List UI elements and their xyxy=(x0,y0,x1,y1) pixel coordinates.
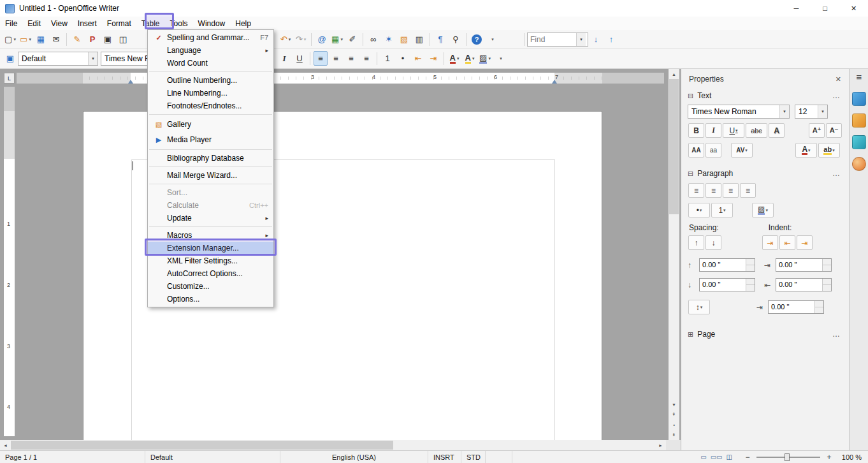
menu-item-bibliography-database[interactable]: Bibliography Database xyxy=(148,152,273,165)
menubar-item-help[interactable]: Help xyxy=(230,18,256,29)
formatting-overflow-button[interactable]: ▾ xyxy=(493,51,507,66)
open-button[interactable]: ▭ ▾ xyxy=(18,32,33,47)
spin-up-icon[interactable] xyxy=(823,279,831,285)
first-line-indent-spinner[interactable]: 0.00 " xyxy=(768,300,824,314)
menu-item-mail-merge-wizard[interactable]: Mail Merge Wizard... xyxy=(148,169,273,182)
chevron-down-icon[interactable]: ▾ xyxy=(472,56,475,61)
bullets-button[interactable]: • xyxy=(396,51,410,66)
italic-button[interactable]: I xyxy=(277,51,291,66)
scroll-up-button[interactable]: ▲ xyxy=(669,69,679,79)
sidebar-shadow-button[interactable]: A xyxy=(769,123,785,138)
zoom-button[interactable]: ⚲ xyxy=(449,32,463,47)
zoom-slider[interactable] xyxy=(756,457,820,458)
gallery-button[interactable]: ▧ xyxy=(397,32,411,47)
tab-stop-selector[interactable]: L xyxy=(4,73,15,84)
before-text-indent-spinner[interactable]: 0.00 " xyxy=(776,258,832,272)
export-pdf-button[interactable]: P xyxy=(85,32,99,47)
sidebar-font-size-combobox[interactable]: 12 ▾ xyxy=(795,105,828,119)
document-modified-status[interactable] xyxy=(486,451,512,463)
zoom-slider-thumb[interactable] xyxy=(785,453,790,461)
menu-item-word-count[interactable]: Word Count xyxy=(148,57,273,70)
align-left-button[interactable]: ≡ xyxy=(314,51,328,66)
navigator-button[interactable]: ✶ xyxy=(382,32,396,47)
sidebar-character-spacing-button[interactable]: AV ▾ xyxy=(731,143,753,158)
sidebar-bullets-button[interactable]: • ▾ xyxy=(688,203,710,217)
sidebar-numbering-button[interactable]: 1 ▾ xyxy=(711,203,733,217)
page-style-status[interactable]: Default xyxy=(145,451,280,463)
menu-item-footnotes-endnotes[interactable]: Footnotes/Endnotes... xyxy=(148,99,273,112)
menu-item-customize[interactable]: Customize... xyxy=(148,280,273,293)
collapse-icon[interactable]: ⊟ xyxy=(688,170,693,178)
sidebar-paragraph-background-button[interactable]: ▨ ▾ xyxy=(752,203,774,217)
sidebar-highlighting-button[interactable]: ab ▾ xyxy=(818,143,840,158)
menu-item-outline-numbering[interactable]: Outline Numbering... xyxy=(148,74,273,87)
menubar-item-format[interactable]: Format xyxy=(102,18,136,29)
above-paragraph-spacing-spinner[interactable]: 0.00 " xyxy=(699,258,755,272)
first-line-indent-value[interactable]: 0.00 " xyxy=(769,301,814,313)
spin-down-icon[interactable] xyxy=(823,265,831,271)
chevron-down-icon[interactable]: ▾ xyxy=(765,208,768,213)
menu-item-options[interactable]: Options... xyxy=(148,293,273,305)
insert-mode-status[interactable]: INSRT xyxy=(428,451,461,463)
menu-item-language[interactable]: Language ▸ xyxy=(148,44,273,57)
styles-deck-icon[interactable] xyxy=(852,114,866,128)
menu-item-xml-filter-settings[interactable]: XML Filter Settings... xyxy=(148,254,273,267)
draw-functions-button[interactable]: ✐ xyxy=(345,32,359,47)
find-previous-button[interactable]: ↑ xyxy=(604,32,618,47)
sidebar-align-right-button[interactable]: ≡ xyxy=(723,183,739,198)
menu-item-gallery[interactable]: ▧ Gallery xyxy=(148,117,273,132)
edit-file-button[interactable]: ✎ xyxy=(70,32,84,47)
language-status[interactable]: English (USA) xyxy=(280,451,428,463)
chevron-down-icon[interactable]: ▾ xyxy=(700,208,702,213)
chevron-down-icon[interactable]: ▾ xyxy=(808,148,811,153)
panel-close-icon[interactable]: ✕ xyxy=(835,75,841,84)
sidebar-font-name-combobox[interactable]: Times New Roman ▾ xyxy=(688,105,790,119)
scroll-left-button[interactable]: ◄ xyxy=(0,440,11,450)
chevron-down-icon[interactable]: ▾ xyxy=(13,37,16,42)
below-paragraph-spacing-spinner[interactable]: 0.00 " xyxy=(699,278,755,291)
sidebar-strikethrough-button[interactable]: abc xyxy=(746,123,767,138)
spin-down-icon[interactable] xyxy=(815,307,823,313)
style-panel-button[interactable]: ▣ xyxy=(3,51,17,66)
menubar-item-view[interactable]: View xyxy=(46,18,73,29)
increase-indent-button[interactable]: ⇥ xyxy=(762,235,778,250)
above-spacing-value[interactable]: 0.00 " xyxy=(700,259,746,271)
redo-button[interactable]: ↷ ▾ xyxy=(294,32,308,47)
chevron-down-icon[interactable]: ▾ xyxy=(88,52,98,65)
vertical-scroll-thumb[interactable] xyxy=(669,79,679,214)
print-button[interactable]: ▣ xyxy=(101,32,115,47)
background-color-button[interactable]: ▨ ▾ xyxy=(478,51,492,66)
email-button[interactable]: ✉ xyxy=(49,32,63,47)
menubar-item-file[interactable]: File xyxy=(0,18,22,29)
paragraph-style-combobox[interactable]: Default ▾ xyxy=(18,52,98,66)
hyperlink-button[interactable]: @ xyxy=(315,32,329,47)
chevron-down-icon[interactable]: ▾ xyxy=(735,128,738,133)
chevron-down-icon[interactable]: ▾ xyxy=(723,208,726,213)
chevron-down-icon[interactable]: ▾ xyxy=(289,37,291,42)
find-next-button[interactable]: ↓ xyxy=(589,32,603,47)
sidebar-uppercase-button[interactable]: AA xyxy=(688,143,704,158)
sidebar-lowercase-button[interactable]: aa xyxy=(705,143,721,158)
chevron-down-icon[interactable]: ▾ xyxy=(304,37,307,42)
decrease-indent-button[interactable]: ⇤ xyxy=(779,235,795,250)
collapse-icon[interactable]: ⊟ xyxy=(688,92,693,100)
font-color-button[interactable]: A ▾ xyxy=(447,51,461,66)
page-section-header[interactable]: ⊞ Page … xyxy=(681,326,849,341)
spin-down-icon[interactable] xyxy=(823,285,831,291)
next-page-button[interactable]: ⇟ xyxy=(669,430,679,440)
menubar-item-tools[interactable]: Tools xyxy=(165,18,193,29)
indent-marker-left[interactable] xyxy=(128,80,133,84)
find-combobox[interactable]: ▾ xyxy=(527,33,588,47)
indent-marker-right[interactable] xyxy=(552,80,557,84)
menu-item-update[interactable]: Update ▸ xyxy=(148,212,273,224)
sidebar-align-left-button[interactable]: ≡ xyxy=(688,183,704,198)
single-page-view-icon[interactable]: ▭ xyxy=(700,453,706,460)
sidebar-bold-button[interactable]: B xyxy=(688,123,704,138)
insert-table-button[interactable]: ▦ ▾ xyxy=(330,32,344,47)
chevron-down-icon[interactable]: ▾ xyxy=(29,37,31,42)
page-count-status[interactable]: Page 1 / 1 xyxy=(0,451,145,463)
spin-up-icon[interactable] xyxy=(815,301,823,307)
increase-indent-button[interactable]: ⇥ xyxy=(426,51,440,66)
chevron-down-icon[interactable]: ▾ xyxy=(457,56,459,61)
undo-button[interactable]: ↶ ▾ xyxy=(278,32,293,47)
